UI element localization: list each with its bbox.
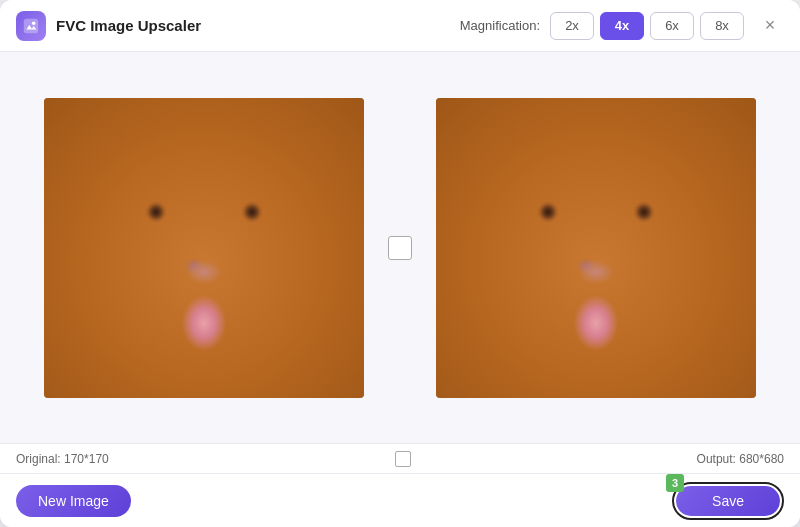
output-image-panel xyxy=(436,98,756,398)
save-button-wrapper: Save xyxy=(672,482,784,520)
app-window: FVC Image Upscaler Magnification: 2x 4x … xyxy=(0,0,800,527)
svg-rect-0 xyxy=(24,18,38,32)
close-button[interactable]: × xyxy=(756,12,784,40)
original-image-panel xyxy=(44,98,364,398)
output-size-label: Output: 680*680 xyxy=(697,452,784,466)
save-section: 3 Save xyxy=(672,482,784,520)
status-divider-icon xyxy=(395,451,411,467)
mag-2x-button[interactable]: 2x xyxy=(550,12,594,40)
app-title: FVC Image Upscaler xyxy=(56,17,201,34)
output-image xyxy=(436,98,756,398)
mag-8x-button[interactable]: 8x xyxy=(700,12,744,40)
mag-4x-button[interactable]: 4x xyxy=(600,12,644,40)
original-image xyxy=(44,98,364,398)
svg-point-1 xyxy=(32,21,36,25)
status-bar: Original: 170*170 Output: 680*680 xyxy=(0,443,800,473)
save-button[interactable]: Save xyxy=(676,486,780,516)
new-image-button[interactable]: New Image xyxy=(16,485,131,517)
magnification-controls: 2x 4x 6x 8x xyxy=(550,12,744,40)
save-badge: 3 xyxy=(666,474,684,492)
title-bar: FVC Image Upscaler Magnification: 2x 4x … xyxy=(0,0,800,52)
bottom-bar: New Image 3 Save xyxy=(0,473,800,527)
magnification-label: Magnification: xyxy=(460,18,540,33)
divider-icon xyxy=(388,236,412,260)
app-logo xyxy=(16,11,46,41)
content-area xyxy=(0,52,800,443)
mag-6x-button[interactable]: 6x xyxy=(650,12,694,40)
original-size-label: Original: 170*170 xyxy=(16,452,109,466)
